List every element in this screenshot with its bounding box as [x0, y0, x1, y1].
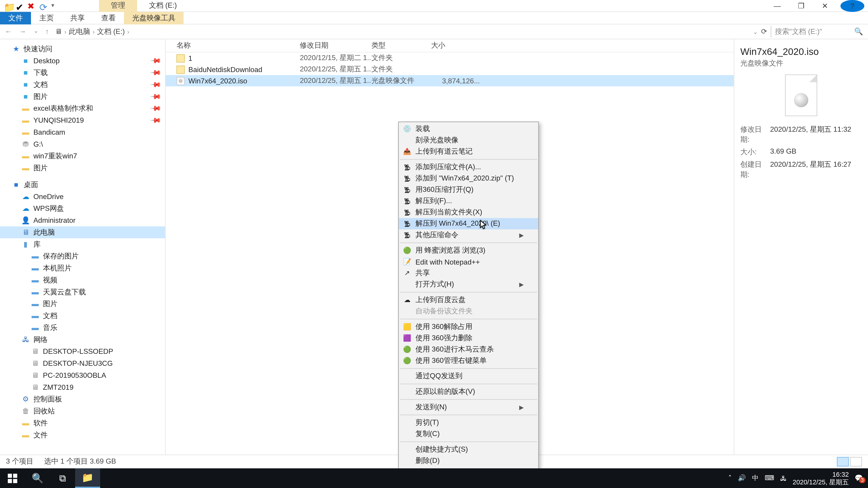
- tree-item-user[interactable]: 👤Administrator: [0, 215, 165, 226]
- nav-up-button[interactable]: ↑: [45, 27, 49, 36]
- tree-item[interactable]: ▬文档: [0, 310, 165, 322]
- tree-item-libraries[interactable]: ▮库: [0, 238, 165, 250]
- tree-item[interactable]: ▬文件: [0, 429, 165, 441]
- search-button[interactable]: 🔍: [25, 468, 50, 488]
- contextual-tab-manage[interactable]: 管理: [99, 0, 137, 12]
- tree-item[interactable]: ▬音乐: [0, 322, 165, 334]
- menu-item[interactable]: 🟢用 蜂蜜浏览器 浏览(3): [399, 245, 538, 256]
- qat-close-icon[interactable]: ✖: [27, 2, 36, 10]
- minimize-button[interactable]: —: [765, 0, 789, 11]
- tree-item-recycle-bin[interactable]: 🗑回收站: [0, 405, 165, 417]
- menu-item[interactable]: 发送到(N)▶: [399, 401, 538, 413]
- file-row-selected[interactable]: Win7x64_2020.iso 2020/12/25, 星期五 1... 光盘…: [166, 75, 734, 86]
- menu-item[interactable]: 🗜添加到压缩文件(A)...: [399, 162, 538, 173]
- tree-item-downloads[interactable]: ■下载📌: [0, 67, 165, 78]
- navigation-tree[interactable]: ★快速访问 ■Desktop📌 ■下载📌 ■文档📌 ■图片📌 ▬excel表格制…: [0, 39, 166, 455]
- keyboard-icon[interactable]: ⌨: [765, 474, 774, 482]
- tree-item-desktop[interactable]: ■Desktop📌: [0, 55, 165, 67]
- qat-dropdown-icon[interactable]: ▾: [51, 2, 60, 10]
- tree-item-network[interactable]: 🖧网络: [0, 334, 165, 346]
- tree-item[interactable]: 🖥ZMT2019: [0, 381, 165, 393]
- search-icon[interactable]: 🔍: [854, 27, 863, 36]
- file-list[interactable]: 名称 修改日期 类型 大小 1 2020/12/15, 星期二 1... 文件夹…: [166, 39, 734, 455]
- view-details-button[interactable]: [837, 457, 849, 466]
- tree-item[interactable]: ⛃G:\: [0, 138, 165, 150]
- tree-item[interactable]: ▬win7重装win7: [0, 150, 165, 162]
- menu-item[interactable]: 还原以前的版本(V): [399, 386, 538, 397]
- chevron-right-icon[interactable]: ›: [93, 28, 95, 35]
- ribbon-tab-file[interactable]: 文件: [0, 11, 31, 24]
- menu-item[interactable]: 创建快捷方式(S): [399, 444, 538, 455]
- volume-icon[interactable]: 🔊: [738, 474, 746, 482]
- search-input[interactable]: 搜索"文档 (E:)" 🔍: [771, 26, 863, 37]
- menu-item[interactable]: 删除(D): [399, 455, 538, 466]
- ribbon-tab-disc-tools[interactable]: 光盘映像工具: [124, 11, 184, 24]
- menu-item[interactable]: 🟢使用 360管理右键菜单: [399, 355, 538, 366]
- ribbon-tab-share[interactable]: 共享: [62, 11, 93, 24]
- tray-up-icon[interactable]: ˄: [728, 474, 732, 482]
- help-button[interactable]: ?: [840, 0, 864, 11]
- chevron-right-icon[interactable]: ›: [64, 28, 66, 35]
- nav-forward-button[interactable]: →: [19, 27, 26, 36]
- address-dropdown-icon[interactable]: ⌄: [753, 28, 758, 35]
- chevron-right-icon[interactable]: ›: [127, 28, 129, 35]
- tree-item[interactable]: ▬软件: [0, 417, 165, 429]
- tree-item[interactable]: 🖥DESKTOP-NJEU3CG: [0, 357, 165, 369]
- tree-item-this-pc[interactable]: 🖥此电脑: [0, 226, 165, 238]
- column-headers[interactable]: 名称 修改日期 类型 大小: [166, 39, 734, 53]
- refresh-icon[interactable]: ⟳: [761, 27, 767, 36]
- taskbar[interactable]: 🔍 ⧉ 📁 ˄ 🔊 中 ⌨ 🖧 16:32 2020/12/25, 星期五 💬3: [0, 468, 868, 488]
- qat-save-icon[interactable]: ✔: [16, 2, 24, 10]
- tree-desktop[interactable]: ■桌面: [0, 179, 165, 191]
- close-button[interactable]: ✕: [813, 0, 837, 11]
- menu-item[interactable]: 🗜添加到 "Win7x64_2020.zip" (T): [399, 173, 538, 184]
- nav-history-dropdown[interactable]: ⌄: [33, 27, 38, 36]
- col-name[interactable]: 名称: [166, 40, 300, 51]
- menu-item[interactable]: 🟨使用 360解除占用: [399, 321, 538, 332]
- network-icon[interactable]: 🖧: [780, 475, 786, 482]
- col-size[interactable]: 大小: [431, 40, 485, 51]
- tree-item[interactable]: 🖥DESKTOP-LSSOEDP: [0, 346, 165, 357]
- tree-item-onedrive[interactable]: ☁OneDrive: [0, 191, 165, 203]
- tree-item[interactable]: ▬Bandicam: [0, 126, 165, 138]
- view-icons-button[interactable]: [850, 457, 862, 466]
- col-type[interactable]: 类型: [371, 40, 431, 51]
- menu-item[interactable]: 🗜解压到 Win7x64_2020\ (E): [399, 218, 538, 229]
- menu-item[interactable]: 打开方式(H)▶: [399, 279, 538, 290]
- tree-item[interactable]: ▬本机照片: [0, 262, 165, 274]
- tree-item[interactable]: 🖥PC-20190530OBLA: [0, 369, 165, 381]
- file-row[interactable]: BaiduNetdiskDownload 2020/12/25, 星期五 1..…: [166, 64, 734, 75]
- tree-item[interactable]: ▬图片: [0, 162, 165, 174]
- tree-item-control-panel[interactable]: ⚙控制面板: [0, 393, 165, 405]
- crumb-pc[interactable]: 此电脑: [69, 26, 90, 37]
- taskbar-explorer[interactable]: 📁: [75, 468, 100, 488]
- file-row[interactable]: 1 2020/12/15, 星期二 1... 文件夹: [166, 53, 734, 64]
- menu-item[interactable]: 🟪使用 360强力删除: [399, 332, 538, 344]
- breadcrumb[interactable]: 🖥 › 此电脑 › 文档 (E:) ›: [55, 26, 747, 37]
- menu-item[interactable]: 剪切(T): [399, 417, 538, 428]
- menu-item[interactable]: 📤上传到有道云笔记: [399, 146, 538, 157]
- menu-item[interactable]: 🗜其他压缩命令▶: [399, 229, 538, 240]
- tree-item[interactable]: ▬保存的图片: [0, 250, 165, 262]
- tree-quick-access[interactable]: ★快速访问: [0, 43, 165, 55]
- tree-item[interactable]: ▬图片: [0, 298, 165, 310]
- maximize-button[interactable]: ❐: [789, 0, 813, 11]
- clock[interactable]: 16:32 2020/12/25, 星期五: [793, 470, 849, 486]
- tree-item[interactable]: ▬视频: [0, 274, 165, 286]
- action-center-icon[interactable]: 💬3: [855, 474, 863, 482]
- qat-refresh-icon[interactable]: ⟳: [39, 2, 48, 10]
- task-view-button[interactable]: ⧉: [50, 468, 75, 488]
- tree-item[interactable]: ▬excel表格制作求和📌: [0, 103, 165, 115]
- menu-item[interactable]: ☁上传到百度云盘: [399, 294, 538, 306]
- ribbon-tab-home[interactable]: 主页: [31, 11, 62, 24]
- menu-item[interactable]: 刻录光盘映像: [399, 135, 538, 146]
- menu-item[interactable]: 📝Edit with Notepad++: [399, 256, 538, 267]
- col-modified[interactable]: 修改日期: [300, 40, 371, 51]
- tree-item[interactable]: ▬天翼云盘下载: [0, 286, 165, 298]
- system-tray[interactable]: ˄ 🔊 中 ⌨ 🖧 16:32 2020/12/25, 星期五 💬3: [728, 470, 868, 486]
- menu-item[interactable]: 🗜用360压缩打开(Q): [399, 184, 538, 195]
- tree-item-documents[interactable]: ■文档📌: [0, 78, 165, 91]
- tree-item[interactable]: ▬YUNQISHI2019📌: [0, 114, 165, 126]
- tree-item-wps[interactable]: ☁WPS网盘: [0, 203, 165, 215]
- start-button[interactable]: [0, 468, 25, 488]
